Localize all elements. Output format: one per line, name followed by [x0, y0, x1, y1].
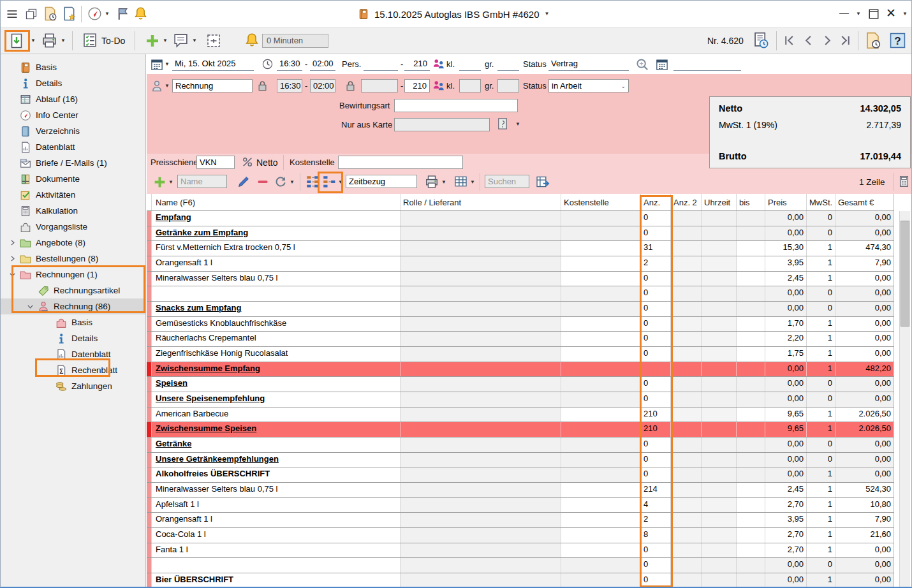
cell-anz2[interactable] — [671, 392, 702, 407]
cell-anz[interactable]: 0 — [641, 467, 671, 482]
cell-bis[interactable] — [737, 377, 765, 392]
cell-uhrzeit[interactable] — [702, 332, 737, 346]
cell-kostenstelle[interactable] — [561, 437, 641, 452]
reminder-minutes-field[interactable]: 0 Minuten — [262, 34, 328, 48]
cell-preis[interactable]: 0,00 — [765, 362, 807, 377]
cell-gesamt[interactable]: 0,00 — [835, 286, 894, 301]
bewirtungsart-field[interactable] — [394, 99, 518, 112]
table-row[interactable]: Ziegenfrischkäse Honig Rucolasalat01,751… — [147, 347, 894, 362]
cell-mwst[interactable]: 1 — [807, 513, 835, 527]
table-row[interactable]: Bier ÜBERSCHRIFT00,0010,00 — [147, 573, 894, 588]
extra-field[interactable] — [673, 57, 741, 71]
cell-mwst[interactable]: 1 — [807, 241, 835, 256]
cell-anz[interactable]: 214 — [641, 483, 671, 497]
cell-gesamt[interactable]: 21,60 — [835, 528, 894, 543]
chevron-down-icon[interactable] — [26, 302, 38, 311]
cell-anz2[interactable] — [671, 513, 702, 527]
cell-bis[interactable] — [737, 422, 765, 437]
caret-down-icon[interactable]: ▼ — [168, 180, 173, 185]
sidebar-item-vorgangsliste[interactable]: Vorgangsliste — [1, 219, 145, 235]
cell-bis[interactable] — [737, 513, 765, 527]
cell-name[interactable]: Snacks zum Empfang — [152, 302, 401, 316]
info-center-icon[interactable] — [87, 6, 102, 21]
cell-kostenstelle[interactable] — [561, 467, 641, 482]
cell-preis[interactable]: 3,95 — [765, 513, 807, 527]
cell-bis[interactable] — [737, 317, 765, 332]
table-row[interactable]: Zwischensumme Speisen2109,6512.026,50 — [147, 422, 894, 437]
table-row[interactable]: Alkoholfreies ÜBERSCHRIFT00,0010,00 — [147, 467, 894, 483]
cell-name[interactable]: Unsere Getränkeempfehlungen — [152, 453, 401, 467]
cell-anz2[interactable] — [671, 241, 702, 256]
cell-anz2[interactable] — [671, 437, 702, 452]
print-button[interactable] — [41, 33, 57, 48]
cell-anz[interactable]: 0 — [641, 573, 671, 588]
cell-gesamt[interactable]: 524,30 — [835, 483, 894, 497]
cell-name[interactable] — [152, 558, 401, 573]
column-header-name-f6[interactable]: Name (F6) — [152, 194, 401, 210]
cell-rolle-lieferant[interactable] — [401, 483, 561, 497]
cell-rolle-lieferant[interactable] — [401, 226, 561, 241]
cell-name[interactable]: Orangensaft 1 l — [152, 256, 401, 271]
caret-down-icon[interactable]: ▼ — [902, 11, 908, 17]
cell-preis[interactable]: 1,70 — [765, 317, 807, 332]
cell-preis[interactable]: 0,00 — [765, 392, 807, 407]
invoice-type-icon[interactable] — [151, 80, 163, 92]
cell-uhrzeit[interactable] — [702, 241, 737, 256]
cell-uhrzeit[interactable] — [702, 347, 737, 362]
cell-mwst[interactable]: 0 — [807, 226, 835, 241]
export-table-button[interactable] — [536, 175, 550, 189]
table-row[interactable]: Unsere Speisenempfehlung00,0000,00 — [147, 392, 894, 408]
cell-bis[interactable] — [737, 437, 765, 452]
caret-down-icon[interactable]: ▼ — [545, 11, 550, 17]
cell-anz[interactable]: 210 — [641, 408, 671, 422]
table-row[interactable]: 00,0000,00 — [147, 286, 894, 302]
cell-name[interactable]: Bier ÜBERSCHRIFT — [152, 573, 401, 588]
cell-anz2[interactable] — [671, 408, 702, 422]
invoice-type-field[interactable]: Rechnung — [172, 79, 253, 92]
cell-mwst[interactable]: 0 — [807, 437, 835, 452]
cell-anz[interactable]: 0 — [641, 392, 671, 407]
table-view-button[interactable] — [454, 175, 467, 188]
edit-row-button[interactable] — [237, 175, 250, 188]
cell-uhrzeit[interactable] — [702, 558, 737, 573]
favorite-document-icon[interactable] — [62, 6, 77, 21]
cell-mwst[interactable]: 1 — [807, 422, 835, 437]
cell-anz[interactable]: 0 — [641, 437, 671, 452]
cell-mwst[interactable]: 0 — [807, 392, 835, 407]
cell-name[interactable]: Fanta 1 l — [152, 543, 401, 558]
event-time-from-field[interactable]: 16:30 — [277, 57, 302, 71]
cell-rolle-lieferant[interactable] — [401, 558, 561, 573]
cell-mwst[interactable]: 1 — [807, 256, 835, 271]
caret-down-icon[interactable]: ▼ — [31, 38, 36, 43]
cell-mwst[interactable]: 1 — [807, 332, 835, 346]
cell-name[interactable]: Orangensaft 1 l — [152, 513, 401, 527]
cell-anz[interactable]: 4 — [641, 498, 671, 513]
cell-anz2[interactable] — [671, 332, 702, 346]
sidebar-item-aktivitäten[interactable]: Aktivitäten — [1, 187, 145, 203]
cell-anz2[interactable] — [671, 573, 702, 588]
table-row[interactable]: Räucherlachs Crepemantel02,2010,00 — [147, 332, 894, 347]
card-icon[interactable] — [496, 117, 509, 130]
cell-bis[interactable] — [737, 392, 765, 407]
pers-from-field[interactable] — [364, 57, 398, 71]
cell-anz2[interactable] — [671, 317, 702, 332]
cell-gesamt[interactable]: 0,00 — [835, 347, 894, 362]
cell-anz[interactable]: 0 — [641, 317, 671, 332]
invoice-pers-to-field[interactable]: 210 — [404, 79, 430, 92]
delete-row-button[interactable] — [256, 175, 269, 188]
column-header-kostenstelle[interactable]: Kostenstelle — [561, 194, 641, 210]
cell-preis[interactable]: 2,70 — [765, 498, 807, 513]
sidebar-item-bestellungen-8[interactable]: Bestellungen (8) — [1, 251, 145, 267]
column-header-preis[interactable]: Preis — [765, 194, 807, 210]
cell-uhrzeit[interactable] — [702, 286, 737, 301]
column-header-mwst[interactable]: MwSt. — [807, 194, 835, 210]
help-button[interactable]: ? — [890, 33, 906, 48]
cell-mwst[interactable]: 1 — [807, 347, 835, 362]
cell-mwst[interactable]: 1 — [807, 467, 835, 482]
cell-kostenstelle[interactable] — [561, 483, 641, 497]
cell-kostenstelle[interactable] — [561, 528, 641, 543]
cell-preis[interactable]: 0,00 — [765, 226, 807, 241]
cell-gesamt[interactable]: 0,00 — [835, 332, 894, 346]
column-header-gesamt[interactable]: Gesamt € — [835, 194, 894, 210]
cell-preis[interactable]: 0,00 — [765, 573, 807, 588]
